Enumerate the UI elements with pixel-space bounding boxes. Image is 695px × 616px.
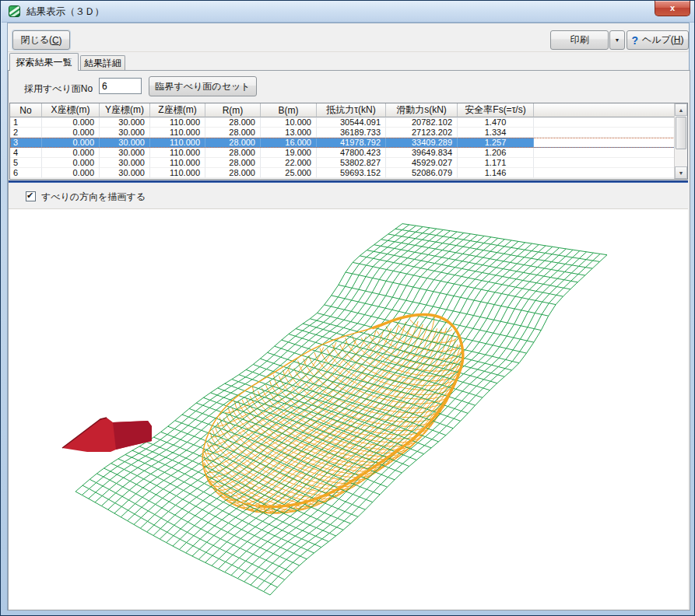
table-cell: 110.000 bbox=[150, 158, 205, 168]
table-row[interactable]: 10.00030.000110.00028.00010.00030544.091… bbox=[10, 117, 687, 128]
table-cell: 13.000 bbox=[261, 128, 317, 138]
table-cell-filler bbox=[534, 148, 687, 158]
column-header: B(m) bbox=[261, 103, 317, 117]
table-cell: 2 bbox=[10, 128, 42, 138]
panel-separator bbox=[9, 180, 688, 183]
table-cell: 1.470 bbox=[458, 117, 534, 128]
column-header: Z座標(m) bbox=[150, 103, 205, 117]
tab-result-details[interactable]: 結果詳細 bbox=[80, 55, 125, 71]
table-cell: 10.000 bbox=[261, 117, 317, 128]
set-critical-slip-button[interactable]: 臨界すべり面のセット bbox=[149, 76, 257, 96]
table-cell: 1.334 bbox=[458, 128, 534, 138]
print-dropdown-button[interactable]: ▼ bbox=[609, 30, 625, 50]
table-row[interactable]: 30.00030.000110.00028.00016.00041978.792… bbox=[10, 138, 687, 148]
slip-no-label: 採用すべり面No bbox=[24, 82, 93, 96]
table-cell-filler bbox=[534, 117, 687, 128]
table-cell: 30.000 bbox=[100, 117, 150, 128]
column-header: No bbox=[10, 103, 42, 117]
app-icon bbox=[9, 5, 20, 17]
scrollbar-thumb[interactable] bbox=[676, 117, 686, 149]
close-button[interactable]: 閉じる(C) bbox=[12, 30, 70, 50]
table-cell: 59693.152 bbox=[317, 168, 386, 178]
draw-direction-label: すべりの方向を描画する bbox=[41, 191, 146, 204]
table-cell: 28.000 bbox=[205, 128, 261, 138]
table-cell: 25.000 bbox=[261, 168, 317, 178]
app-window: 結果表示（３Ｄ） x 閉じる(C) 印刷 ▼ ? ヘルプ(H) 探索結果一覧 結… bbox=[0, 0, 695, 616]
table-cell: 1.171 bbox=[458, 158, 534, 168]
table-cell: 110.000 bbox=[150, 138, 205, 148]
tab-search-results[interactable]: 探索結果一覧 bbox=[9, 53, 79, 71]
table-cell-filler bbox=[534, 128, 687, 138]
column-header: X座標(m) bbox=[42, 103, 100, 117]
help-icon: ? bbox=[631, 34, 638, 47]
table-cell: 22.000 bbox=[261, 158, 317, 168]
help-button[interactable]: ? ヘルプ(H) bbox=[627, 30, 689, 50]
print-button[interactable]: 印刷 bbox=[550, 30, 609, 50]
table-cell: 30.000 bbox=[100, 138, 150, 148]
toolbar: 閉じる(C) 印刷 ▼ ? ヘルプ(H) bbox=[8, 23, 689, 52]
column-header: 安全率Fs(=τ/s) bbox=[458, 103, 534, 117]
table-cell: 52086.079 bbox=[386, 168, 458, 178]
table-cell: 27123.202 bbox=[386, 128, 458, 138]
table-cell: 110.000 bbox=[150, 148, 205, 158]
table-cell: 0.000 bbox=[42, 158, 100, 168]
table-cell: 0.000 bbox=[42, 117, 100, 128]
table-cell-filler bbox=[534, 168, 687, 178]
table-cell: 28.000 bbox=[205, 117, 261, 128]
table-cell: 28.000 bbox=[205, 168, 261, 178]
table-row[interactable]: 20.00030.000110.00028.00013.00036189.733… bbox=[10, 128, 687, 138]
chevron-down-icon: ▼ bbox=[615, 37, 620, 43]
table-cell: 110.000 bbox=[150, 168, 205, 178]
table-cell: 110.000 bbox=[150, 128, 205, 138]
table-cell: 0.000 bbox=[42, 168, 100, 178]
scrollbar-up-button[interactable]: ▲ bbox=[675, 103, 687, 116]
table-cell: 4 bbox=[10, 148, 42, 158]
table-cell: 30.000 bbox=[100, 148, 150, 158]
table-row[interactable]: 50.00030.000110.00028.00022.00053802.827… bbox=[10, 158, 687, 168]
table-cell: 28.000 bbox=[205, 138, 261, 148]
table-row[interactable]: 40.00030.000110.00028.00019.00047800.423… bbox=[10, 148, 687, 158]
title-bar: 結果表示（３Ｄ） x bbox=[2, 1, 695, 23]
table-cell: 1.206 bbox=[458, 148, 534, 158]
table-body: 10.00030.000110.00028.00010.00030544.091… bbox=[10, 117, 687, 178]
triangle-up-icon: ▲ bbox=[679, 107, 684, 113]
table-cell: 16.000 bbox=[261, 138, 317, 148]
column-header-filler bbox=[534, 103, 687, 117]
table-cell: 5 bbox=[10, 158, 42, 168]
table-cell: 0.000 bbox=[42, 138, 100, 148]
table-scrollbar[interactable]: ▲ ▼ bbox=[674, 103, 687, 179]
scene-svg bbox=[9, 209, 688, 609]
table-cell: 30544.091 bbox=[317, 117, 386, 128]
table-cell: 30.000 bbox=[100, 158, 150, 168]
table-cell: 47800.423 bbox=[317, 148, 386, 158]
column-header: 抵抗力τ(kN) bbox=[317, 103, 386, 117]
table-cell: 6 bbox=[10, 168, 42, 178]
table-cell: 110.000 bbox=[150, 117, 205, 128]
table-cell: 30.000 bbox=[100, 168, 150, 178]
search-results-panel: 採用すべり面No 臨界すべり面のセット NoX座標(m)Y座標(m)Z座標(m)… bbox=[8, 70, 690, 611]
table-cell: 33409.289 bbox=[386, 138, 458, 148]
table-cell: 28.000 bbox=[205, 158, 261, 168]
column-header: R(m) bbox=[205, 103, 261, 117]
results-table: NoX座標(m)Y座標(m)Z座標(m)R(m)B(m)抵抗力τ(kN)滑動力s… bbox=[9, 103, 688, 180]
table-cell: 19.000 bbox=[261, 148, 317, 158]
table-cell-filler bbox=[534, 138, 687, 148]
table-cell: 20782.102 bbox=[386, 117, 458, 128]
table-row[interactable]: 60.00030.000110.00028.00025.00059693.152… bbox=[10, 168, 687, 178]
window-close-button[interactable]: x bbox=[655, 1, 690, 16]
table-cell: 39649.834 bbox=[386, 148, 458, 158]
table-cell: 0.000 bbox=[42, 128, 100, 138]
client-area: 閉じる(C) 印刷 ▼ ? ヘルプ(H) 探索結果一覧 結果詳細 採用すべり面N… bbox=[7, 23, 690, 611]
3d-view bbox=[9, 208, 688, 609]
terrain-mesh bbox=[75, 224, 607, 595]
scrollbar-down-button[interactable]: ▼ bbox=[675, 166, 687, 179]
table-cell: 30.000 bbox=[100, 128, 150, 138]
slip-no-input[interactable] bbox=[99, 78, 142, 94]
table-cell: 0.000 bbox=[42, 148, 100, 158]
table-cell: 28.000 bbox=[205, 148, 261, 158]
table-cell: 41978.792 bbox=[317, 138, 386, 148]
draw-direction-checkbox[interactable] bbox=[26, 191, 36, 201]
table-cell: 53802.827 bbox=[317, 158, 386, 168]
column-header: Y座標(m) bbox=[100, 103, 150, 117]
column-header: 滑動力s(kN) bbox=[386, 103, 458, 117]
